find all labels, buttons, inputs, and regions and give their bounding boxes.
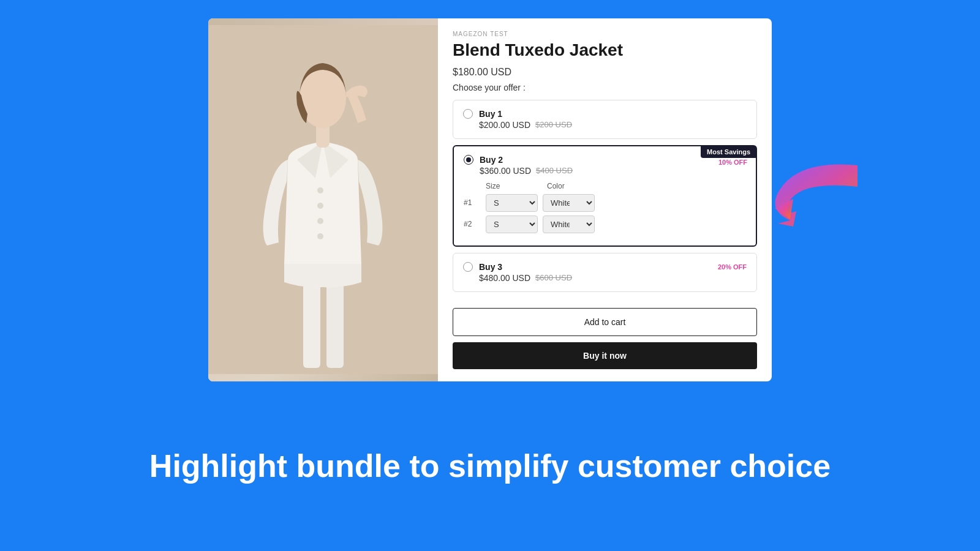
offer-option-buy1[interactable]: Buy 1 $200.00 USD $200 USD [453,100,757,139]
offer-current-price-buy3: $480.00 USD [479,273,530,283]
product-image [208,18,438,381]
add-to-cart-button[interactable]: Add to cart [453,308,757,336]
offer-original-price-buy2: $400 USD [536,166,573,175]
most-savings-badge: Most Savings [701,146,756,158]
radio-buy3[interactable] [463,262,473,272]
offer-header-buy1: Buy 1 [463,109,747,119]
offer-name-buy3: Buy 3 [479,262,502,272]
top-section: MAGEZON TEST Blend Tuxedo Jacket $180.00… [0,0,980,381]
svg-point-4 [317,203,323,209]
variant-row-num-1: #1 [464,198,481,207]
product-figure [208,25,438,374]
offer-option-buy2[interactable]: Most Savings Buy 2 10% OFF $360.00 USD $… [453,145,757,247]
offer-option-buy3[interactable]: Buy 3 20% OFF $480.00 USD $600 USD [453,253,757,292]
size-select-2[interactable]: S XS M L XL [486,216,538,233]
size-col-label: Size [486,182,547,190]
product-wrapper: MAGEZON TEST Blend Tuxedo Jacket $180.00… [208,18,772,381]
svg-point-6 [317,233,323,239]
variant-row-2: #2 S XS M L XL White Black [464,216,746,233]
product-image-section [208,18,438,381]
offer-prices-buy2: $360.00 USD $400 USD [480,166,746,176]
discount-buy3: 20% OFF [718,263,747,271]
brand-name: MAGEZON TEST [453,31,757,37]
arrow-decoration [766,153,864,233]
variant-selectors: Size Color #1 S XS M L XL [464,182,746,233]
color-select-2[interactable]: White Black Blue Red [543,216,595,233]
variant-row-1: #1 S XS M L XL White Black [464,194,746,212]
product-price: $180.00 USD [453,67,757,78]
offer-prices-buy1: $200.00 USD $200 USD [479,120,747,130]
size-select-1[interactable]: S XS M L XL [486,194,538,212]
buy-now-button[interactable]: Buy it now [453,342,757,369]
radio-buy2[interactable] [464,155,473,165]
variant-row-num-2: #2 [464,220,481,228]
bottom-section: Highlight bundle to simplify customer ch… [0,381,980,551]
radio-buy1[interactable] [463,109,473,119]
color-select-1[interactable]: White Black Blue Red [543,194,595,212]
offer-current-price-buy2: $360.00 USD [480,166,531,176]
discount-buy2: 10% OFF [718,159,747,166]
offer-name-buy1: Buy 1 [479,109,502,119]
offer-current-price-buy1: $200.00 USD [479,120,530,130]
offer-original-price-buy3: $600 USD [535,273,572,282]
variant-header: Size Color [464,182,746,190]
offer-header-buy3: Buy 3 20% OFF [463,262,747,272]
offer-prices-buy3: $480.00 USD $600 USD [479,273,747,283]
svg-point-3 [317,187,323,193]
tagline: Highlight bundle to simplify customer ch… [149,447,831,485]
product-card: MAGEZON TEST Blend Tuxedo Jacket $180.00… [208,18,772,381]
offer-original-price-buy1: $200 USD [535,120,572,129]
color-col-label: Color [547,182,633,190]
svg-point-5 [317,218,323,224]
offer-name-buy2: Buy 2 [480,155,503,165]
product-details: MAGEZON TEST Blend Tuxedo Jacket $180.00… [438,18,772,381]
choose-offer-label: Choose your offer : [453,83,757,92]
product-title: Blend Tuxedo Jacket [453,40,757,61]
